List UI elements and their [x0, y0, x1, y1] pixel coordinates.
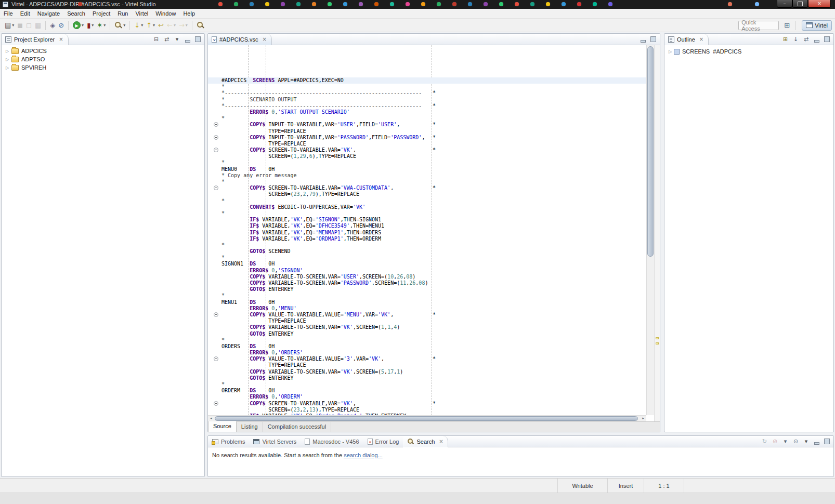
previous-annotation-icon[interactable]: ↑▾ — [145, 20, 156, 31]
minimize-icon[interactable] — [184, 35, 191, 43]
menu-item-run[interactable]: Run — [114, 9, 132, 18]
minimize-button[interactable] — [777, 0, 792, 8]
dropdown-arrow-icon[interactable]: ▾ — [141, 23, 143, 28]
code-line[interactable]: ERROR$ 0,'START OUTPUT SCENARIO' — [208, 109, 646, 115]
view-tab-macrosdoc-v456[interactable]: Macrosdoc - V456 — [301, 436, 363, 447]
close-icon[interactable]: × — [263, 36, 267, 42]
next-annotation-icon[interactable]: ↓▾ — [133, 20, 145, 31]
code-line[interactable]: CONVERT$ EBCDIC-TO-UPPERCASE,VAR='VK' — [208, 204, 646, 210]
code-line[interactable]: IF$ VARIABLE,'VK',EQ='DFHCE3549',THEN=ME… — [208, 223, 646, 229]
code-line[interactable]: COPY$ VALUE-TO-VARIABLE,VALUE='MENU',VAR… — [208, 312, 646, 318]
menu-item-search[interactable]: Search — [63, 9, 89, 18]
code-line[interactable]: IF$ VARIABLE,'VK',EQ='SIGNON',THEN=SIGNO… — [208, 217, 646, 223]
forward-icon[interactable]: →▾ — [177, 20, 189, 31]
maximize-icon[interactable] — [649, 35, 657, 43]
expand-arrow-icon[interactable]: ▷ — [668, 49, 673, 54]
quick-access-box[interactable]: Quick Access — [738, 21, 779, 30]
skip-breakpoints-icon[interactable]: ⊘ — [57, 20, 66, 31]
tree-item-adpcics[interactable]: ▷ADPCICS — [2, 47, 204, 55]
menu-item-file[interactable]: File — [0, 9, 17, 18]
code-line[interactable]: * — [208, 293, 646, 299]
maximize-icon[interactable] — [823, 437, 831, 445]
code-line[interactable]: COPY$ VARIABLE-TO-SCREEN,VAR='VK',SCREEN… — [208, 324, 646, 330]
print-icon[interactable]: ▦ — [33, 20, 43, 31]
vertical-scrollbar[interactable] — [646, 45, 654, 415]
maximize-icon[interactable] — [194, 35, 202, 43]
editor-page-tab-compilation-successful[interactable]: Compilation successful — [263, 422, 332, 432]
code-line[interactable]: IF$ VARIABLE,'VK',EQ='MENMAP1',THEN=ORDE… — [208, 230, 646, 236]
menu-item-project[interactable]: Project — [89, 9, 114, 18]
tree-item-adptso[interactable]: ▷ADPTSO — [2, 55, 204, 63]
save-icon[interactable]: ◼ — [16, 20, 24, 31]
view-tab-problems[interactable]: Problems — [208, 436, 249, 447]
fold-marker-icon[interactable] — [214, 185, 218, 190]
code-line[interactable]: IF$ VARIABLE,'VK',EQ='ORDMAP1',THEN=ORDE… — [208, 236, 646, 242]
tab-outline[interactable]: Outline × — [664, 34, 709, 45]
build-all-icon[interactable]: ◈ — [48, 20, 57, 31]
new-wizard-icon[interactable]: ▤▾ — [3, 20, 16, 31]
code-line[interactable]: SCREEN=(23,2,79),TYPE=REPLACE — [208, 191, 646, 197]
code-line[interactable]: *---------------------------------------… — [208, 90, 646, 96]
code-line[interactable]: ERROR$ 0,'SIGNON' — [208, 268, 646, 274]
dropdown-arrow-icon[interactable]: ▾ — [153, 23, 155, 28]
editor-page-tab-listing[interactable]: Listing — [237, 422, 263, 432]
dropdown-arrow-icon[interactable]: ▾ — [186, 23, 188, 28]
code-line[interactable]: * — [208, 179, 646, 185]
code-line[interactable]: SCREEN=(1,29,6),TYPE=REPLACE — [208, 153, 646, 160]
open-search-dialog-icon[interactable] — [195, 20, 206, 31]
tab-adpcics-vsc[interactable]: #ADPCICS.vsc × — [208, 34, 272, 45]
code-area[interactable]: #ADPCICS SCREENS APPL=#ADPCICS,EXEC=NO**… — [208, 45, 646, 415]
code-line[interactable]: * — [208, 84, 646, 90]
previous-searches-icon[interactable]: ▾ — [781, 437, 789, 445]
tree-item-spvireh[interactable]: ▷SPVIREH — [2, 63, 204, 72]
code-line[interactable]: * — [208, 160, 646, 166]
code-line[interactable]: *---------------------------------------… — [208, 103, 646, 109]
open-perspective-icon[interactable]: ⊞ — [784, 21, 790, 29]
menu-item-edit[interactable]: Edit — [17, 9, 34, 18]
maximize-icon[interactable] — [823, 35, 831, 43]
dropdown-arrow-icon[interactable]: ▾ — [92, 23, 94, 28]
fold-marker-icon[interactable] — [214, 356, 218, 361]
code-line[interactable]: #ADPCICS SCREENS APPL=#ADPCICS,EXEC=NO — [208, 77, 646, 84]
overview-ruler[interactable] — [654, 45, 660, 421]
code-line[interactable]: * — [208, 198, 646, 204]
minimize-icon[interactable] — [813, 35, 820, 43]
save-all-icon[interactable]: ◻ — [24, 20, 33, 31]
tab-project-explorer[interactable]: Project Explorer × — [2, 34, 69, 45]
menu-item-window[interactable]: Window — [152, 9, 179, 18]
search-dialog-link[interactable]: search dialog... — [344, 452, 383, 458]
fold-marker-icon[interactable] — [214, 122, 218, 127]
expand-all-icon[interactable]: ⊞ — [781, 35, 789, 43]
code-line[interactable]: COPY$ SCREEN-TO-VARIABLE,VAR='VWA-CUSTOM… — [208, 185, 646, 191]
code-line[interactable]: * — [208, 242, 646, 248]
vertical-scrollbar-thumb[interactable] — [647, 46, 654, 257]
close-icon[interactable]: × — [439, 439, 443, 444]
code-line[interactable]: * — [208, 255, 646, 261]
code-line[interactable]: COPY$ SCREEN-TO-VARIABLE,VAR='VK',* — [208, 401, 646, 407]
code-line[interactable]: GOTO$ ENTERKEY — [208, 331, 646, 337]
coverage-icon[interactable]: ▮▾ — [85, 20, 95, 31]
cancel-search-icon[interactable]: ⊘ — [771, 437, 779, 445]
code-line[interactable]: * — [208, 115, 646, 122]
code-line[interactable]: ORDERM DS 0H — [208, 388, 646, 394]
menu-item-virtel[interactable]: Virtel — [132, 9, 152, 18]
menu-item-navigate[interactable]: Navigate — [34, 9, 63, 18]
menu-item-help[interactable]: Help — [179, 9, 199, 18]
dropdown-arrow-icon[interactable]: ▾ — [12, 23, 14, 28]
code-line[interactable]: * Copy any error message — [208, 173, 646, 179]
view-menu-icon[interactable]: ▾ — [173, 35, 181, 43]
code-line[interactable]: COPY$ VARIABLE-TO-SCREEN,VAR='VK',SCREEN… — [208, 369, 646, 375]
pin-view-icon[interactable]: ⊙ — [792, 437, 800, 445]
code-line[interactable]: ERROR$ 0,'ORDERS' — [208, 350, 646, 356]
code-line[interactable]: MENU0 DS 0H — [208, 166, 646, 173]
close-button[interactable] — [808, 0, 831, 8]
code-line[interactable]: COPY$ INPUT-TO-VARIABLE,VAR='USER',FIELD… — [208, 122, 646, 128]
code-line[interactable]: * — [208, 210, 646, 217]
scroll-right-icon[interactable]: ▸ — [640, 416, 646, 421]
dropdown-arrow-icon[interactable]: ▾ — [103, 23, 106, 28]
expand-arrow-icon[interactable]: ▷ — [5, 49, 10, 54]
minimize-icon[interactable] — [813, 437, 820, 445]
dropdown-arrow-icon[interactable]: ▾ — [123, 23, 125, 28]
code-line[interactable]: GOTO$ SCENEND — [208, 248, 646, 255]
editor-page-tab-source[interactable]: Source — [208, 421, 237, 432]
